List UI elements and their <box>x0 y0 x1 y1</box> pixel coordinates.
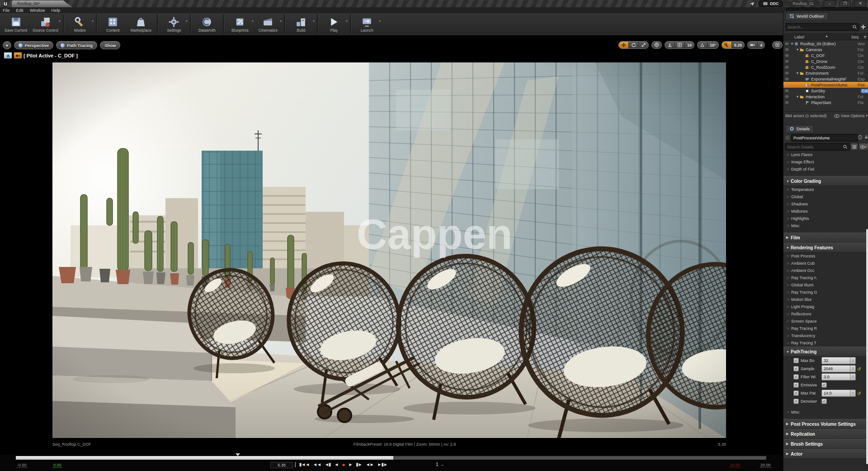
property-group-misc[interactable]: ▷Misc <box>783 409 868 416</box>
close-button[interactable]: ✕ <box>854 0 866 7</box>
outliner-row-c-roofzoom[interactable]: C_RoofZoomCin <box>783 64 868 70</box>
scale-tool-button[interactable] <box>639 42 648 48</box>
emissive-value-checkbox[interactable]: ✓ <box>821 382 827 388</box>
outliner-column-header[interactable]: Label ▲ Seq <box>783 33 868 40</box>
eye-icon[interactable] <box>784 77 789 81</box>
source-control-button[interactable]: Source Control▾ <box>30 13 61 35</box>
perspective-button[interactable]: Perspective <box>14 41 53 49</box>
translate-tool-button[interactable] <box>619 42 629 48</box>
expander-icon[interactable]: ▼ <box>796 71 799 75</box>
rotation-snap-button[interactable] <box>698 42 708 48</box>
actor-type[interactable]: Edi <box>861 89 868 93</box>
maximize-viewport-button[interactable] <box>773 42 782 48</box>
reset-to-default-icon[interactable]: ↺ <box>857 391 861 396</box>
eye-icon[interactable] <box>784 42 789 46</box>
eye-icon[interactable] <box>784 65 789 69</box>
category-film[interactable]: ▶Film <box>783 233 868 243</box>
column-type[interactable]: Seq <box>851 35 859 39</box>
loop-mode-button[interactable]: 1 → <box>436 462 444 467</box>
grid-snap-value[interactable]: 10 <box>685 42 694 48</box>
pilot-camera-button[interactable] <box>14 52 22 59</box>
play-button[interactable]: ► <box>348 461 352 468</box>
to-end-button[interactable]: ►▮► <box>377 461 387 468</box>
spinner-arrows-icon[interactable]: ↕ <box>850 366 855 372</box>
current-time-field[interactable]: 5.30 <box>270 462 293 468</box>
max-pat-spinbox[interactable]: 14.0↕ <box>821 390 856 397</box>
minimize-button[interactable]: – <box>824 0 835 7</box>
level-tab[interactable]: Rooftop_00* <box>12 0 72 7</box>
launch-button[interactable]: Launch▾ <box>353 13 381 35</box>
settings-button[interactable]: Settings▾ <box>160 13 188 35</box>
outliner-row-sunsky[interactable]: SunSkyEdi <box>783 88 868 94</box>
tab-details[interactable]: Details <box>785 125 814 132</box>
category-actor[interactable]: ▶Actor <box>783 449 868 459</box>
eye-icon[interactable] <box>784 59 789 63</box>
view-settings-button[interactable]: ▾ <box>859 143 868 151</box>
eye-icon[interactable] <box>784 83 789 87</box>
maximize-button[interactable]: ❒ <box>839 0 851 7</box>
play-button[interactable]: Play▾ <box>320 13 348 35</box>
outliner-row-rooftop-00-editor-[interactable]: ▼Rooftop_00 (Editor)Wor <box>783 41 868 47</box>
marketplace-button[interactable]: Marketplace <box>127 13 155 35</box>
ddc-button[interactable]: DDC <box>759 0 783 7</box>
spinner-arrows-icon[interactable]: ↕ <box>850 374 855 380</box>
property-group-post-process[interactable]: ▷Post Process <box>783 252 868 260</box>
scale-snap-value[interactable]: 0.25 <box>732 42 745 48</box>
property-group-global[interactable]: ▷Global <box>783 193 868 200</box>
tab-world-outliner[interactable]: World Outliner <box>785 12 828 19</box>
property-group-screen-space[interactable]: ▷Screen Space <box>783 318 868 325</box>
category-post-process-volume-settings[interactable]: ▶Post Process Volume Settings <box>783 419 868 429</box>
property-group-ray-tracing-g[interactable]: ▷Ray Tracing G <box>783 289 868 296</box>
property-group-global-illumi[interactable]: ▷Global Illumi <box>783 281 868 289</box>
outliner-row-exponentialheightf[interactable]: ExponentialHeightFExp <box>783 76 868 82</box>
property-group-light-propag[interactable]: ▷Light Propag <box>783 303 868 310</box>
rotate-tool-button[interactable] <box>629 42 639 48</box>
camera-speed-button[interactable] <box>748 42 758 48</box>
rotation-snap-value[interactable]: 10° <box>708 42 718 48</box>
blueprints-button[interactable]: Blueprints▾ <box>226 13 254 35</box>
world-local-toggle[interactable] <box>652 42 661 48</box>
prev-frame-button[interactable]: ◄▮ <box>325 461 330 468</box>
cinematics-button[interactable]: Cinematics▾ <box>254 13 282 35</box>
outliner-row-interaction[interactable]: ▼InteractionFol <box>783 94 868 100</box>
to-front-button[interactable]: ▮◄◄ <box>299 461 309 468</box>
eye-icon[interactable] <box>784 53 789 57</box>
viewport[interactable]: Cappen ▾ Perspective Path Tracing Show <box>0 35 783 455</box>
next-frame-button[interactable]: ▮► <box>356 461 362 468</box>
chevron-down-icon[interactable]: ▾ <box>346 19 348 23</box>
property-group-reflections[interactable]: ▷Reflections <box>783 310 868 318</box>
category-pathtracing[interactable]: ▼PathTracing <box>783 347 868 357</box>
outliner-row-playerstart[interactable]: PlayerStartPla <box>783 100 868 105</box>
actor-name-field[interactable] <box>791 134 858 142</box>
category-replication[interactable]: ▶Replication <box>783 429 868 439</box>
max-pat-enabled-checkbox[interactable]: ✓ <box>793 390 799 396</box>
chevron-down-icon[interactable]: ▾ <box>186 19 188 23</box>
details-search-input[interactable] <box>785 143 850 151</box>
menu-file[interactable]: File <box>3 8 9 13</box>
eye-icon[interactable] <box>784 48 789 52</box>
property-group-highlights[interactable]: ▷Highlights <box>783 215 868 222</box>
playback-end-label[interactable]: 16.00 <box>729 463 741 468</box>
eye-icon[interactable] <box>784 95 789 99</box>
feedback-icon[interactable] <box>749 1 755 7</box>
eye-icon[interactable] <box>784 89 789 93</box>
property-group-ambient-cub[interactable]: ▷Ambient Cub <box>783 260 868 267</box>
property-group-depth-of-fiel[interactable]: ▷Depth of Fiel <box>783 166 868 173</box>
eye-icon[interactable] <box>784 71 789 75</box>
expander-icon[interactable]: ▼ <box>796 48 799 51</box>
property-group-translucency[interactable]: ▷Translucency <box>783 332 868 339</box>
set-start-button[interactable]: [ <box>295 461 296 468</box>
grid-snap-button[interactable] <box>675 42 685 48</box>
step-forward-button[interactable]: ◄► <box>366 461 374 468</box>
outliner-row-c-drone[interactable]: C_DroneCin <box>783 58 868 64</box>
denoiser-value-checkbox[interactable]: ✓ <box>821 399 827 404</box>
menu-edit[interactable]: Edit <box>16 8 23 13</box>
max-bo-spinbox[interactable]: 32↕ <box>821 357 856 364</box>
actor-enabled-checkbox[interactable] <box>785 135 790 140</box>
add-actor-icon[interactable] <box>860 24 866 30</box>
menu-help[interactable]: Help <box>51 8 60 13</box>
property-group-ambient-occ[interactable]: ▷Ambient Occ <box>783 267 868 274</box>
record-button[interactable]: ● <box>342 461 344 468</box>
category-rendering-features[interactable]: ▼Rendering Features <box>783 243 868 252</box>
camera-speed-value[interactable]: 4 <box>758 42 764 48</box>
